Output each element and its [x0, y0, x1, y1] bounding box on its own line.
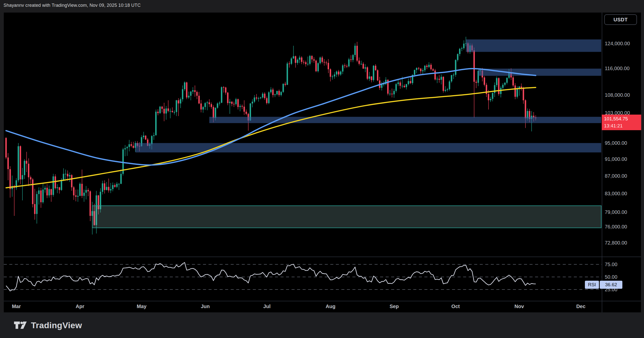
rsi-level-label: 75.00 — [605, 262, 617, 267]
price-axis-label: 83,000.00 — [605, 191, 627, 197]
price-axis-label: 95,000.00 — [605, 140, 627, 146]
rsi-value-badge: 36.62 — [600, 281, 622, 289]
time-axis-label: Aug — [326, 304, 336, 309]
price-axis-label: 72,800.00 — [605, 240, 627, 246]
attribution-text: Shayannv created with TradingView.com, N… — [4, 3, 141, 8]
price-axis-label: 116,000.00 — [605, 66, 630, 71]
price-axis-label: 79,000.00 — [605, 209, 627, 215]
time-axis-label: Nov — [514, 304, 524, 309]
bar-countdown: 13:41:21 — [604, 122, 641, 129]
time-axis-label: Apr — [76, 304, 84, 309]
time-axis-label: Jun — [201, 304, 210, 309]
time-axis-label: Sep — [390, 304, 399, 309]
quote-currency-button[interactable]: USDT — [604, 14, 637, 25]
last-price-badge: 101,554.75 13:41:21 — [602, 115, 641, 130]
price-axis-label: 108,000.00 — [605, 92, 630, 98]
chart-plot-area[interactable] — [4, 13, 641, 312]
tradingview-chart-screenshot: Shayannv created with TradingView.com, N… — [0, 0, 644, 338]
price-axis-label: 87,000.00 — [605, 173, 627, 179]
price-axis-label: 124,000.00 — [605, 41, 630, 46]
rsi-level-label: 50.00 — [605, 274, 617, 280]
time-axis-label: Jul — [263, 304, 271, 309]
time-axis-label: Oct — [451, 304, 460, 309]
price-axis-label: 76,000.00 — [605, 224, 627, 230]
last-price-value: 101,554.75 — [604, 115, 641, 122]
time-axis-label: May — [137, 304, 147, 309]
time-axis-label: Mar — [12, 304, 21, 309]
time-axis-label: Dec — [576, 304, 586, 309]
tradingview-logo[interactable]: TradingView — [14, 320, 82, 330]
price-axis-label: 91,000.00 — [605, 156, 627, 162]
tradingview-logo-icon — [14, 321, 27, 329]
footer: TradingView — [0, 312, 644, 338]
rsi-indicator-badge: RSI — [585, 281, 599, 289]
tradingview-brand-text: TradingView — [31, 320, 82, 330]
